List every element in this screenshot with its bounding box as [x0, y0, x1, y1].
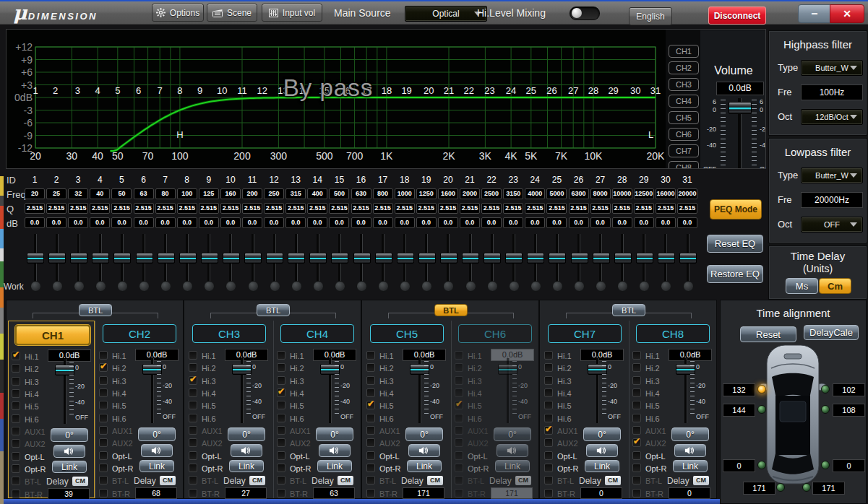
channel-button-ch8[interactable]: CH8: [636, 324, 710, 343]
checkbox-ch5-bt-l[interactable]: [366, 476, 375, 485]
eq-band-freq-10[interactable]: 160: [220, 188, 241, 199]
eq-band-q-2[interactable]: 2.515: [46, 203, 66, 214]
checkbox-ch1-hi.6[interactable]: [12, 414, 20, 423]
eq-band-db-16[interactable]: 0.0: [351, 217, 371, 228]
checkbox-ch8-opt-l[interactable]: [632, 451, 641, 460]
eq-band-work-indicator-28[interactable]: [617, 281, 628, 292]
eq-band-freq-29[interactable]: 12500: [634, 188, 654, 199]
delay-value-ch7[interactable]: 0: [580, 487, 622, 499]
eq-band-freq-4[interactable]: 40: [90, 188, 110, 199]
eq-band-db-9[interactable]: 0.0: [199, 217, 219, 228]
eq-band-work-indicator-25[interactable]: [552, 281, 563, 292]
checkbox-ch2-opt-l[interactable]: [99, 451, 108, 460]
checkbox-ch5-hi.5[interactable]: ✔: [366, 401, 375, 409]
eq-slider-handle-8[interactable]: [179, 253, 197, 264]
checkbox-ch3-hi.3[interactable]: ✔: [189, 376, 197, 385]
checkbox-ch5-hi.2[interactable]: [366, 363, 375, 372]
checkbox-ch6-hi.1[interactable]: [455, 351, 463, 360]
eq-band-freq-5[interactable]: 50: [111, 188, 132, 199]
checkbox-ch7-opt-l[interactable]: [544, 451, 553, 460]
eq-slider-handle-6[interactable]: [136, 253, 153, 264]
eq-band-work-indicator-24[interactable]: [530, 281, 541, 292]
checkbox-ch6-hi.3[interactable]: [455, 376, 463, 385]
eq-band-db-3[interactable]: 0.0: [68, 217, 88, 228]
reset-eq-button[interactable]: Reset EQ: [707, 235, 763, 253]
channel-button-ch7[interactable]: CH7: [548, 324, 622, 343]
checkbox-ch6-hi.2[interactable]: [455, 363, 463, 372]
mute-button-ch7[interactable]: [586, 444, 618, 457]
eq-band-work-indicator-5[interactable]: [117, 281, 128, 292]
eq-band-q-20[interactable]: 2.515: [438, 203, 458, 214]
eq-band-db-19[interactable]: 0.0: [416, 217, 437, 228]
eq-band-db-2[interactable]: 0.0: [46, 217, 66, 228]
eq-band-work-indicator-1[interactable]: [30, 281, 41, 292]
eq-slider-handle-23[interactable]: [505, 253, 523, 264]
checkbox-ch5-hi.1[interactable]: [366, 351, 375, 360]
phase-button-ch1[interactable]: 0°: [51, 428, 88, 442]
checkbox-ch6-aux2[interactable]: [455, 438, 463, 447]
eq-slider-handle-11[interactable]: [244, 253, 262, 264]
eq-band-freq-21[interactable]: 2000: [460, 188, 480, 199]
checkbox-ch2-opt-r[interactable]: [99, 464, 108, 472]
checkbox-ch6-opt-l[interactable]: [455, 451, 463, 460]
eq-band-q-26[interactable]: 2.515: [569, 203, 589, 214]
link-button-ch2[interactable]: Link: [139, 460, 174, 472]
checkbox-ch3-aux2[interactable]: [189, 438, 197, 447]
eq-slider-handle-28[interactable]: [614, 253, 632, 264]
checkbox-ch8-opt-r[interactable]: [632, 464, 641, 472]
eq-band-q-14[interactable]: 2.515: [307, 203, 327, 214]
checkbox-ch4-aux2[interactable]: [277, 438, 285, 447]
eq-band-freq-28[interactable]: 10000: [612, 188, 632, 199]
eq-band-freq-3[interactable]: 32: [68, 188, 88, 199]
checkbox-ch3-opt-r[interactable]: [189, 464, 197, 472]
eq-band-q-30[interactable]: 2.515: [656, 203, 676, 214]
checkbox-ch8-aux1[interactable]: [632, 426, 641, 435]
delay-calc-button[interactable]: DelayCale: [804, 325, 859, 340]
eq-band-freq-13[interactable]: 315: [285, 188, 306, 199]
checkbox-ch7-hi.6[interactable]: [544, 414, 553, 422]
eq-band-work-indicator-19[interactable]: [421, 281, 432, 292]
eq-band-freq-22[interactable]: 2500: [481, 188, 502, 199]
delay-value-ch5[interactable]: 171: [403, 487, 444, 499]
checkbox-ch3-opt-l[interactable]: [189, 451, 197, 460]
channel-button-ch1[interactable]: CH1: [15, 325, 90, 345]
main-source-select[interactable]: Optical: [405, 6, 487, 22]
checkbox-ch2-hi.3[interactable]: [99, 376, 108, 385]
checkbox-ch8-bt-l[interactable]: [632, 476, 641, 485]
eq-band-db-11[interactable]: 0.0: [242, 217, 262, 228]
eq-band-db-13[interactable]: 0.0: [285, 217, 306, 228]
checkbox-ch2-aux2[interactable]: [99, 438, 108, 447]
eq-slider-handle-26[interactable]: [571, 253, 588, 264]
eq-slider-handle-9[interactable]: [201, 253, 218, 264]
phase-button-ch3[interactable]: 0°: [228, 427, 265, 441]
eq-band-freq-24[interactable]: 4000: [525, 188, 545, 199]
eq-band-work-indicator-17[interactable]: [378, 281, 389, 292]
eq-band-work-indicator-30[interactable]: [661, 281, 671, 292]
phase-button-ch7[interactable]: 0°: [583, 427, 621, 441]
checkbox-ch1-hi.5[interactable]: [12, 401, 20, 410]
checkbox-ch7-hi.3[interactable]: [544, 376, 553, 385]
eq-slider-handle-4[interactable]: [92, 253, 109, 264]
eq-band-db-17[interactable]: 0.0: [373, 217, 393, 228]
checkbox-ch4-aux1[interactable]: [277, 426, 285, 435]
channel-tab-ch3[interactable]: CH3: [669, 78, 699, 91]
btl-button-1[interactable]: BTL: [79, 304, 112, 316]
eq-band-freq-18[interactable]: 1000: [395, 188, 415, 199]
channel-button-ch3[interactable]: CH3: [192, 324, 266, 343]
eq-band-work-indicator-11[interactable]: [248, 281, 259, 292]
eq-band-freq-8[interactable]: 100: [177, 188, 197, 199]
eq-band-work-indicator-29[interactable]: [639, 281, 650, 292]
checkbox-ch8-hi.1[interactable]: [632, 351, 641, 360]
eq-slider-handle-3[interactable]: [70, 253, 87, 264]
eq-slider-handle-17[interactable]: [375, 253, 392, 264]
checkbox-ch2-bt-r[interactable]: [99, 489, 108, 498]
checkbox-ch4-hi.1[interactable]: [277, 351, 285, 360]
channel-tab-ch2[interactable]: CH2: [669, 61, 699, 74]
checkbox-ch3-hi.2[interactable]: [189, 363, 197, 372]
eq-band-freq-27[interactable]: 8000: [590, 188, 611, 199]
checkbox-ch6-hi.4[interactable]: [455, 388, 463, 397]
checkbox-ch2-hi.5[interactable]: [99, 401, 108, 409]
checkbox-ch6-bt-l[interactable]: [455, 476, 463, 485]
eq-band-freq-12[interactable]: 250: [264, 188, 284, 199]
checkbox-ch1-bt-l[interactable]: [12, 477, 20, 485]
